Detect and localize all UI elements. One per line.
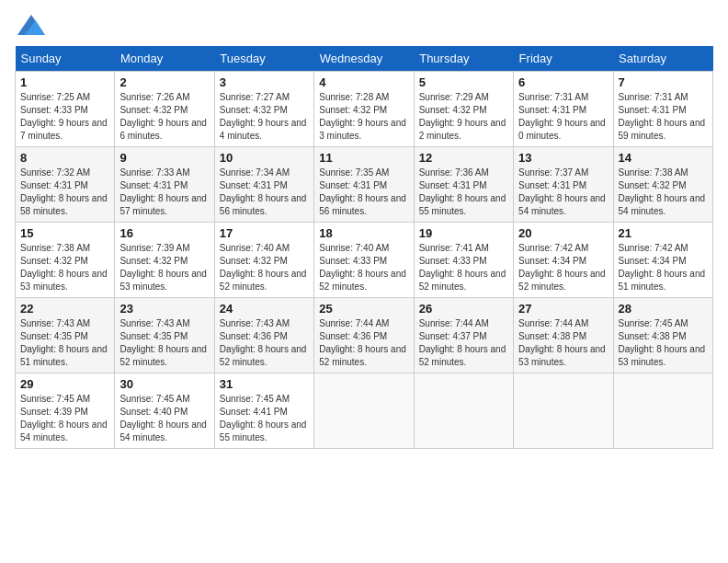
day-info: Sunrise: 7:45 AMSunset: 4:41 PMDaylight:… xyxy=(220,393,309,444)
day-cell-13: 13Sunrise: 7:37 AMSunset: 4:31 PMDayligh… xyxy=(514,147,613,223)
day-info: Sunrise: 7:45 AMSunset: 4:38 PMDaylight:… xyxy=(619,317,708,369)
day-cell-1: 1Sunrise: 7:25 AMSunset: 4:33 PMDaylight… xyxy=(16,72,115,147)
sunrise-text: Sunrise: 7:45 AM xyxy=(20,394,90,404)
header xyxy=(15,15,713,35)
day-cell-10: 10Sunrise: 7:34 AMSunset: 4:31 PMDayligh… xyxy=(214,147,313,223)
sunrise-text: Sunrise: 7:45 AM xyxy=(220,394,290,404)
sunrise-text: Sunrise: 7:31 AM xyxy=(518,92,588,102)
daylight-label: Daylight: 8 hours and 54 minutes. xyxy=(20,419,108,442)
day-number: 12 xyxy=(419,151,508,165)
day-number: 8 xyxy=(20,151,109,165)
sunset-text: Sunset: 4:35 PM xyxy=(20,331,88,341)
sunrise-text: Sunrise: 7:38 AM xyxy=(20,243,90,253)
day-number: 13 xyxy=(518,151,608,165)
sunset-text: Sunset: 4:31 PM xyxy=(518,105,586,115)
week-row-3: 15Sunrise: 7:38 AMSunset: 4:32 PMDayligh… xyxy=(16,223,713,298)
day-cell-15: 15Sunrise: 7:38 AMSunset: 4:32 PMDayligh… xyxy=(16,223,115,298)
calendar-header-row: SundayMondayTuesdayWednesdayThursdayFrid… xyxy=(16,46,713,72)
day-number: 17 xyxy=(220,226,309,240)
sunrise-text: Sunrise: 7:45 AM xyxy=(119,394,189,404)
day-info: Sunrise: 7:34 AMSunset: 4:31 PMDaylight:… xyxy=(220,167,309,218)
day-info: Sunrise: 7:33 AMSunset: 4:31 PMDaylight:… xyxy=(119,167,209,218)
daylight-label: Daylight: 9 hours and 3 minutes. xyxy=(319,118,406,141)
daylight-label: Daylight: 8 hours and 52 minutes. xyxy=(319,344,406,367)
day-cell-9: 9Sunrise: 7:33 AMSunset: 4:31 PMDaylight… xyxy=(115,147,214,223)
day-number: 7 xyxy=(619,75,708,89)
day-info: Sunrise: 7:35 AMSunset: 4:31 PMDaylight:… xyxy=(319,167,408,218)
day-header-friday: Friday xyxy=(514,46,613,72)
day-cell-3: 3Sunrise: 7:27 AMSunset: 4:32 PMDaylight… xyxy=(214,72,313,147)
daylight-label: Daylight: 9 hours and 6 minutes. xyxy=(119,118,207,141)
sunrise-text: Sunrise: 7:31 AM xyxy=(619,92,688,102)
empty-cell xyxy=(414,373,513,449)
day-cell-18: 18Sunrise: 7:40 AMSunset: 4:33 PMDayligh… xyxy=(314,223,414,298)
day-info: Sunrise: 7:39 AMSunset: 4:32 PMDaylight:… xyxy=(119,242,209,293)
day-info: Sunrise: 7:25 AMSunset: 4:33 PMDaylight:… xyxy=(20,91,109,143)
day-info: Sunrise: 7:45 AMSunset: 4:40 PMDaylight:… xyxy=(119,393,209,444)
day-number: 1 xyxy=(20,75,109,89)
sunset-text: Sunset: 4:32 PM xyxy=(20,256,88,266)
day-cell-2: 2Sunrise: 7:26 AMSunset: 4:32 PMDaylight… xyxy=(115,72,214,147)
daylight-label: Daylight: 8 hours and 52 minutes. xyxy=(220,269,307,292)
day-cell-6: 6Sunrise: 7:31 AMSunset: 4:31 PMDaylight… xyxy=(514,72,613,147)
logo xyxy=(15,15,45,35)
sunrise-text: Sunrise: 7:27 AM xyxy=(220,92,290,102)
day-cell-30: 30Sunrise: 7:45 AMSunset: 4:40 PMDayligh… xyxy=(115,373,214,449)
sunset-text: Sunset: 4:39 PM xyxy=(20,407,88,417)
day-info: Sunrise: 7:37 AMSunset: 4:31 PMDaylight:… xyxy=(518,167,608,218)
sunrise-text: Sunrise: 7:35 AM xyxy=(319,167,389,178)
day-cell-17: 17Sunrise: 7:40 AMSunset: 4:32 PMDayligh… xyxy=(214,223,313,298)
day-number: 31 xyxy=(220,377,309,391)
daylight-label: Daylight: 9 hours and 2 minutes. xyxy=(419,118,506,141)
day-number: 16 xyxy=(119,226,209,240)
sunset-text: Sunset: 4:31 PM xyxy=(319,180,387,190)
day-info: Sunrise: 7:26 AMSunset: 4:32 PMDaylight:… xyxy=(119,91,209,143)
day-number: 11 xyxy=(319,151,408,165)
sunset-text: Sunset: 4:31 PM xyxy=(419,180,487,190)
sunrise-text: Sunrise: 7:40 AM xyxy=(220,243,290,253)
day-cell-23: 23Sunrise: 7:43 AMSunset: 4:35 PMDayligh… xyxy=(115,298,214,373)
sunrise-text: Sunrise: 7:36 AM xyxy=(419,167,489,178)
week-row-5: 29Sunrise: 7:45 AMSunset: 4:39 PMDayligh… xyxy=(16,373,713,449)
daylight-label: Daylight: 8 hours and 52 minutes. xyxy=(319,269,406,292)
sunrise-text: Sunrise: 7:34 AM xyxy=(220,167,290,178)
daylight-label: Daylight: 8 hours and 58 minutes. xyxy=(20,193,108,216)
day-number: 2 xyxy=(119,75,209,89)
sunset-text: Sunset: 4:38 PM xyxy=(518,331,586,341)
week-row-4: 22Sunrise: 7:43 AMSunset: 4:35 PMDayligh… xyxy=(16,298,713,373)
day-info: Sunrise: 7:44 AMSunset: 4:37 PMDaylight:… xyxy=(419,317,508,369)
day-cell-8: 8Sunrise: 7:32 AMSunset: 4:31 PMDaylight… xyxy=(16,147,115,223)
sunrise-text: Sunrise: 7:29 AM xyxy=(419,92,489,102)
sunset-text: Sunset: 4:32 PM xyxy=(119,256,188,266)
day-number: 30 xyxy=(119,377,209,391)
day-info: Sunrise: 7:31 AMSunset: 4:31 PMDaylight:… xyxy=(518,91,608,143)
empty-cell xyxy=(314,373,414,449)
logo-icon xyxy=(17,15,45,35)
sunrise-text: Sunrise: 7:42 AM xyxy=(518,243,588,253)
day-number: 6 xyxy=(518,75,608,89)
sunrise-text: Sunrise: 7:28 AM xyxy=(319,92,389,102)
day-number: 9 xyxy=(119,151,209,165)
day-cell-20: 20Sunrise: 7:42 AMSunset: 4:34 PMDayligh… xyxy=(514,223,613,298)
day-cell-31: 31Sunrise: 7:45 AMSunset: 4:41 PMDayligh… xyxy=(214,373,313,449)
day-number: 26 xyxy=(419,302,508,316)
day-info: Sunrise: 7:43 AMSunset: 4:36 PMDaylight:… xyxy=(220,317,309,369)
day-number: 28 xyxy=(619,302,708,316)
empty-cell xyxy=(613,373,712,449)
day-info: Sunrise: 7:28 AMSunset: 4:32 PMDaylight:… xyxy=(319,91,408,143)
sunrise-text: Sunrise: 7:43 AM xyxy=(220,318,290,328)
daylight-label: Daylight: 9 hours and 0 minutes. xyxy=(518,118,606,141)
day-number: 4 xyxy=(319,75,408,89)
sunset-text: Sunset: 4:36 PM xyxy=(220,331,288,341)
day-number: 25 xyxy=(319,302,408,316)
day-number: 29 xyxy=(20,377,109,391)
sunset-text: Sunset: 4:37 PM xyxy=(419,331,487,341)
sunrise-text: Sunrise: 7:33 AM xyxy=(119,167,189,178)
daylight-label: Daylight: 8 hours and 56 minutes. xyxy=(319,193,406,216)
daylight-label: Daylight: 8 hours and 53 minutes. xyxy=(518,344,606,367)
sunrise-text: Sunrise: 7:40 AM xyxy=(319,243,389,253)
sunset-text: Sunset: 4:32 PM xyxy=(119,105,188,115)
day-info: Sunrise: 7:38 AMSunset: 4:32 PMDaylight:… xyxy=(619,167,708,218)
day-cell-21: 21Sunrise: 7:42 AMSunset: 4:34 PMDayligh… xyxy=(613,223,712,298)
sunrise-text: Sunrise: 7:43 AM xyxy=(119,318,189,328)
